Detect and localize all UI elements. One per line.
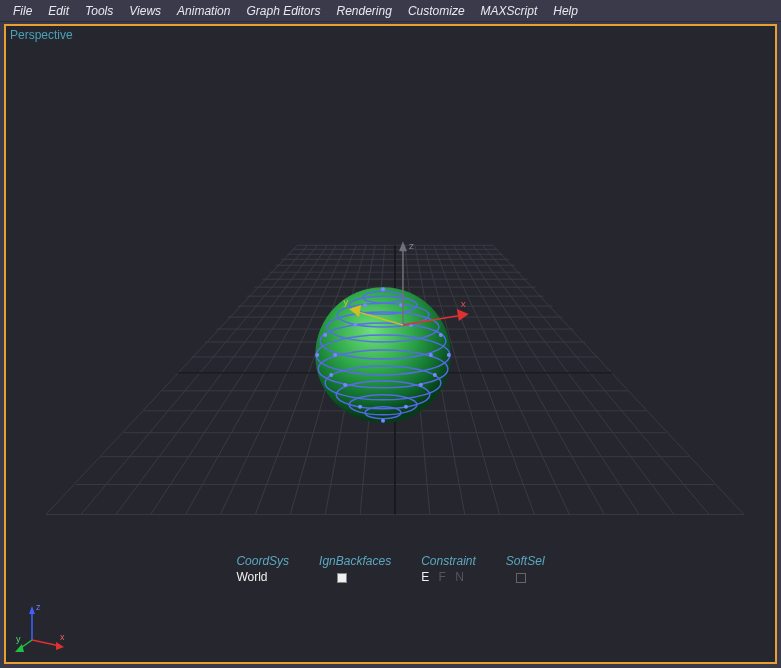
- menu-maxscript[interactable]: MAXScript: [474, 2, 545, 20]
- svg-text:y: y: [343, 296, 348, 307]
- constraint-dim-n: N: [455, 570, 464, 584]
- constraint-label: Constraint: [421, 554, 476, 568]
- svg-line-21: [46, 245, 297, 514]
- svg-line-25: [186, 245, 337, 514]
- sphere-object[interactable]: [315, 287, 451, 423]
- svg-text:x: x: [461, 298, 466, 309]
- svg-point-70: [433, 373, 437, 377]
- viewport-container: z x y CoordSys World IgnBackfaces: [4, 24, 777, 664]
- softsel-checkbox[interactable]: [516, 573, 526, 583]
- menu-file[interactable]: File: [6, 2, 39, 20]
- softsel-label: SoftSel: [506, 554, 545, 568]
- menu-rendering[interactable]: Rendering: [330, 2, 399, 20]
- status-coordsys[interactable]: CoordSys World: [236, 554, 289, 584]
- svg-point-56: [333, 353, 337, 357]
- svg-marker-83: [29, 606, 35, 614]
- svg-line-22: [81, 245, 307, 514]
- svg-text:z: z: [409, 240, 414, 251]
- status-ignbackfaces[interactable]: IgnBackfaces: [319, 554, 391, 584]
- menu-customize[interactable]: Customize: [401, 2, 472, 20]
- svg-line-23: [116, 245, 317, 514]
- svg-line-38: [473, 245, 674, 514]
- svg-point-58: [353, 323, 357, 327]
- svg-point-62: [381, 419, 385, 423]
- coordsys-label: CoordSys: [236, 554, 289, 568]
- svg-line-85: [32, 640, 60, 646]
- svg-line-40: [493, 245, 744, 514]
- svg-text:z: z: [36, 602, 41, 612]
- constraint-active: E: [421, 570, 429, 584]
- svg-text:y: y: [16, 634, 21, 644]
- svg-point-61: [419, 383, 423, 387]
- status-softsel[interactable]: SoftSel: [506, 554, 545, 584]
- svg-line-34: [434, 245, 535, 514]
- corner-axis-gizmo: z x y: [14, 596, 74, 656]
- menu-views[interactable]: Views: [122, 2, 168, 20]
- menu-tools[interactable]: Tools: [78, 2, 120, 20]
- svg-point-64: [447, 353, 451, 357]
- svg-point-67: [323, 333, 327, 337]
- ignbackfaces-label: IgnBackfaces: [319, 554, 391, 568]
- svg-marker-74: [399, 241, 407, 251]
- menu-edit[interactable]: Edit: [41, 2, 76, 20]
- svg-point-71: [358, 405, 362, 409]
- viewport-label[interactable]: Perspective: [10, 28, 73, 42]
- svg-point-63: [315, 353, 319, 357]
- svg-point-60: [343, 383, 347, 387]
- svg-marker-89: [15, 644, 24, 652]
- perspective-viewport[interactable]: z x y CoordSys World IgnBackfaces: [6, 26, 775, 662]
- menu-graph-editors[interactable]: Graph Editors: [239, 2, 327, 20]
- menu-help[interactable]: Help: [546, 2, 585, 20]
- svg-line-39: [483, 245, 709, 514]
- svg-point-65: [363, 303, 367, 307]
- svg-marker-77: [457, 309, 469, 321]
- svg-line-36: [454, 245, 605, 514]
- ignbackfaces-checkbox[interactable]: [337, 573, 347, 583]
- viewport-status-bar: CoordSys World IgnBackfaces Constraint E…: [6, 554, 775, 584]
- menu-bar: File Edit Tools Views Animation Graph Ed…: [0, 0, 781, 22]
- svg-text:x: x: [60, 632, 65, 642]
- svg-point-72: [404, 405, 408, 409]
- coordsys-value: World: [236, 570, 267, 584]
- svg-marker-86: [56, 642, 64, 650]
- svg-point-55: [381, 287, 385, 291]
- menu-animation[interactable]: Animation: [170, 2, 237, 20]
- constraint-dim-f: F: [439, 570, 446, 584]
- status-constraint[interactable]: Constraint E F N: [421, 554, 476, 584]
- svg-point-68: [439, 333, 443, 337]
- svg-point-57: [429, 353, 433, 357]
- svg-point-69: [329, 373, 333, 377]
